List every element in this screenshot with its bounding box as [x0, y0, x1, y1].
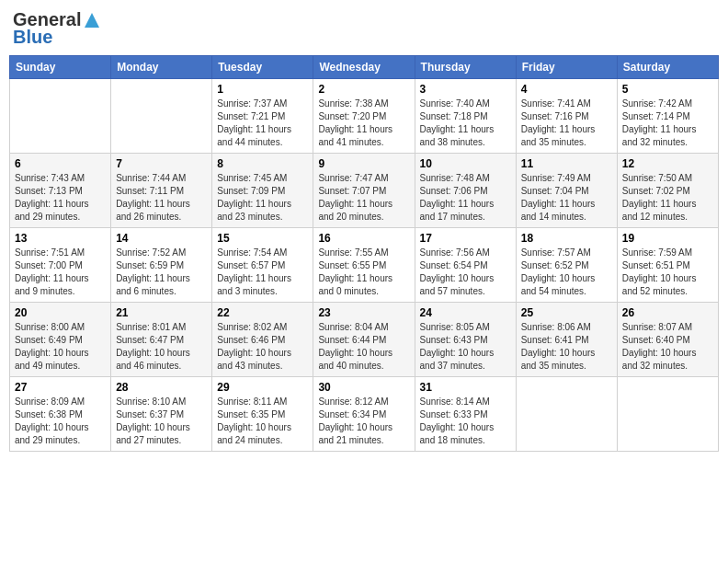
daylight-label: Daylight: 10 hours and 52 minutes. — [622, 273, 697, 296]
sunrise-label: Sunrise: 7:38 AM — [318, 98, 388, 109]
calendar-cell: 13 Sunrise: 7:51 AM Sunset: 7:00 PM Dayl… — [10, 228, 111, 303]
day-info: Sunrise: 8:02 AM Sunset: 6:46 PM Dayligh… — [217, 321, 308, 373]
daylight-label: Daylight: 10 hours and 43 minutes. — [217, 348, 291, 371]
calendar-cell: 6 Sunrise: 7:43 AM Sunset: 7:13 PM Dayli… — [10, 154, 111, 228]
calendar-cell: 12 Sunrise: 7:50 AM Sunset: 7:02 PM Dayl… — [617, 154, 718, 228]
sunrise-label: Sunrise: 7:55 AM — [318, 247, 388, 258]
day-info: Sunrise: 8:12 AM Sunset: 6:34 PM Dayligh… — [318, 396, 409, 447]
day-number: 4 — [521, 83, 612, 96]
sunset-label: Sunset: 7:09 PM — [217, 186, 285, 196]
sunset-label: Sunset: 7:11 PM — [116, 186, 184, 196]
calendar-cell: 22 Sunrise: 8:02 AM Sunset: 6:46 PM Dayl… — [212, 303, 313, 377]
sunset-label: Sunset: 7:13 PM — [15, 186, 83, 196]
calendar-cell: 17 Sunrise: 7:56 AM Sunset: 6:54 PM Dayl… — [415, 228, 516, 303]
day-info: Sunrise: 8:09 AM Sunset: 6:38 PM Dayligh… — [15, 396, 106, 447]
day-info: Sunrise: 8:00 AM Sunset: 6:49 PM Dayligh… — [15, 321, 106, 373]
sunrise-label: Sunrise: 8:01 AM — [116, 322, 186, 332]
day-number: 3 — [420, 83, 511, 96]
sunrise-label: Sunrise: 8:11 AM — [217, 396, 287, 407]
day-info: Sunrise: 7:37 AM Sunset: 7:21 PM Dayligh… — [217, 98, 308, 149]
day-info: Sunrise: 7:43 AM Sunset: 7:13 PM Dayligh… — [15, 172, 106, 224]
daylight-label: Daylight: 11 hours and 3 minutes. — [217, 273, 291, 296]
daylight-label: Daylight: 10 hours and 35 minutes. — [521, 348, 596, 371]
daylight-label: Daylight: 10 hours and 21 minutes. — [318, 422, 392, 445]
sunset-label: Sunset: 6:33 PM — [420, 409, 488, 419]
sunrise-label: Sunrise: 7:54 AM — [217, 247, 287, 258]
weekday-header-monday: Monday — [111, 56, 212, 79]
day-number: 16 — [318, 232, 409, 245]
day-info: Sunrise: 7:44 AM Sunset: 7:11 PM Dayligh… — [116, 172, 207, 224]
calendar-cell: 31 Sunrise: 8:14 AM Sunset: 6:33 PM Dayl… — [415, 377, 516, 452]
calendar-cell: 16 Sunrise: 7:55 AM Sunset: 6:55 PM Dayl… — [313, 228, 415, 303]
day-info: Sunrise: 8:10 AM Sunset: 6:37 PM Dayligh… — [116, 396, 207, 447]
weekday-header-sunday: Sunday — [10, 56, 111, 79]
calendar-cell: 19 Sunrise: 7:59 AM Sunset: 6:51 PM Dayl… — [617, 228, 718, 303]
calendar-table: SundayMondayTuesdayWednesdayThursdayFrid… — [9, 55, 719, 452]
sunset-label: Sunset: 6:59 PM — [116, 260, 184, 270]
daylight-label: Daylight: 11 hours and 32 minutes. — [622, 124, 697, 147]
daylight-label: Daylight: 10 hours and 49 minutes. — [15, 348, 89, 371]
day-info: Sunrise: 7:54 AM Sunset: 6:57 PM Dayligh… — [217, 247, 308, 298]
day-info: Sunrise: 8:05 AM Sunset: 6:43 PM Dayligh… — [420, 321, 511, 373]
sunset-label: Sunset: 7:02 PM — [622, 186, 690, 196]
day-number: 5 — [622, 83, 713, 96]
logo-triangle-icon — [83, 11, 101, 29]
sunrise-label: Sunrise: 8:07 AM — [622, 322, 692, 332]
weekday-header-tuesday: Tuesday — [212, 56, 313, 79]
calendar-week-3: 13 Sunrise: 7:51 AM Sunset: 7:00 PM Dayl… — [10, 228, 719, 303]
daylight-label: Daylight: 11 hours and 20 minutes. — [318, 199, 392, 222]
calendar-week-5: 27 Sunrise: 8:09 AM Sunset: 6:38 PM Dayl… — [10, 377, 719, 452]
sunset-label: Sunset: 6:51 PM — [622, 260, 690, 270]
daylight-label: Daylight: 10 hours and 24 minutes. — [217, 422, 291, 445]
sunset-label: Sunset: 6:49 PM — [15, 335, 83, 345]
day-number: 31 — [420, 381, 511, 394]
day-info: Sunrise: 7:49 AM Sunset: 7:04 PM Dayligh… — [521, 172, 612, 224]
sunrise-label: Sunrise: 8:06 AM — [521, 322, 591, 332]
day-number: 21 — [116, 306, 207, 319]
day-info: Sunrise: 7:52 AM Sunset: 6:59 PM Dayligh… — [116, 247, 207, 298]
daylight-label: Daylight: 10 hours and 27 minutes. — [116, 422, 190, 445]
calendar-cell: 23 Sunrise: 8:04 AM Sunset: 6:44 PM Dayl… — [313, 303, 415, 377]
sunset-label: Sunset: 6:43 PM — [420, 335, 488, 345]
day-info: Sunrise: 7:38 AM Sunset: 7:20 PM Dayligh… — [318, 98, 409, 149]
sunrise-label: Sunrise: 7:37 AM — [217, 98, 287, 109]
day-info: Sunrise: 7:41 AM Sunset: 7:16 PM Dayligh… — [521, 98, 612, 149]
daylight-label: Daylight: 11 hours and 17 minutes. — [420, 199, 495, 222]
sunrise-label: Sunrise: 7:40 AM — [420, 98, 490, 109]
day-number: 6 — [15, 157, 106, 170]
daylight-label: Daylight: 10 hours and 40 minutes. — [318, 348, 392, 371]
day-number: 10 — [420, 157, 511, 170]
svg-marker-0 — [85, 13, 99, 28]
day-info: Sunrise: 8:01 AM Sunset: 6:47 PM Dayligh… — [116, 321, 207, 373]
day-info: Sunrise: 7:48 AM Sunset: 7:06 PM Dayligh… — [420, 172, 511, 224]
calendar-week-1: 1 Sunrise: 7:37 AM Sunset: 7:21 PM Dayli… — [10, 79, 719, 154]
sunset-label: Sunset: 7:06 PM — [420, 186, 488, 196]
sunset-label: Sunset: 6:44 PM — [318, 335, 386, 345]
sunrise-label: Sunrise: 8:04 AM — [318, 322, 388, 332]
day-number: 11 — [521, 157, 612, 170]
sunrise-label: Sunrise: 7:56 AM — [420, 247, 490, 258]
daylight-label: Daylight: 11 hours and 12 minutes. — [622, 199, 697, 222]
sunrise-label: Sunrise: 7:57 AM — [521, 247, 591, 258]
calendar-cell: 10 Sunrise: 7:48 AM Sunset: 7:06 PM Dayl… — [415, 154, 516, 228]
calendar-cell: 15 Sunrise: 7:54 AM Sunset: 6:57 PM Dayl… — [212, 228, 313, 303]
sunset-label: Sunset: 7:16 PM — [521, 111, 589, 121]
day-number: 25 — [521, 306, 612, 319]
weekday-header-saturday: Saturday — [617, 56, 718, 79]
sunrise-label: Sunrise: 8:10 AM — [116, 396, 186, 407]
sunrise-label: Sunrise: 8:12 AM — [318, 396, 388, 407]
calendar-cell: 28 Sunrise: 8:10 AM Sunset: 6:37 PM Dayl… — [111, 377, 212, 452]
day-number: 30 — [318, 381, 409, 394]
daylight-label: Daylight: 10 hours and 18 minutes. — [420, 422, 495, 445]
day-number: 1 — [217, 83, 308, 96]
daylight-label: Daylight: 11 hours and 6 minutes. — [116, 273, 190, 296]
calendar-cell — [10, 79, 111, 154]
calendar-cell: 18 Sunrise: 7:57 AM Sunset: 6:52 PM Dayl… — [516, 228, 617, 303]
day-number: 28 — [116, 381, 207, 394]
calendar-cell: 11 Sunrise: 7:49 AM Sunset: 7:04 PM Dayl… — [516, 154, 617, 228]
sunset-label: Sunset: 6:46 PM — [217, 335, 285, 345]
calendar-cell: 24 Sunrise: 8:05 AM Sunset: 6:43 PM Dayl… — [415, 303, 516, 377]
calendar-cell: 7 Sunrise: 7:44 AM Sunset: 7:11 PM Dayli… — [111, 154, 212, 228]
day-info: Sunrise: 7:56 AM Sunset: 6:54 PM Dayligh… — [420, 247, 511, 298]
sunset-label: Sunset: 7:21 PM — [217, 111, 285, 121]
